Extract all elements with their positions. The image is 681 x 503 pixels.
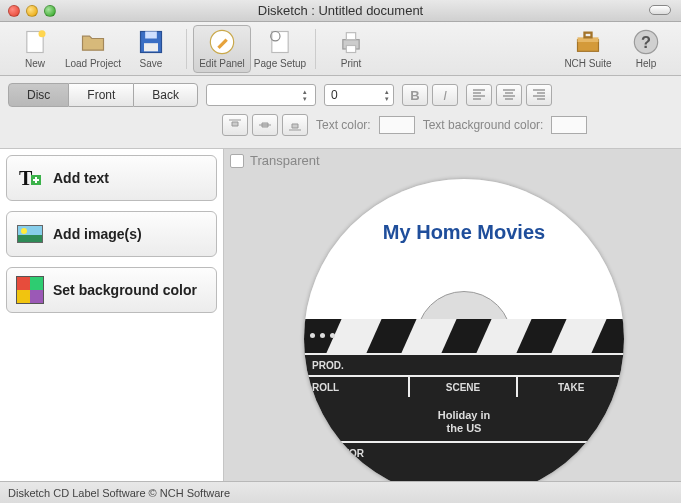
- titlebar: Disketch : Untitled document: [0, 0, 681, 22]
- transparent-label: Transparent: [250, 153, 320, 168]
- set-background-button[interactable]: Set background color: [6, 267, 217, 313]
- view-tabs: Disc Front Back: [8, 83, 198, 107]
- tools-panel: T Add text Add image(s) Set background c…: [0, 149, 223, 503]
- svg-rect-10: [346, 46, 355, 53]
- image-icon: [17, 221, 43, 247]
- print-label: Print: [341, 58, 362, 69]
- disc-title: My Home Movies: [304, 221, 624, 244]
- clapperboard: PROD. ROLL SCENE TAKE Holiday in the US …: [304, 319, 624, 499]
- svg-text:?: ?: [641, 33, 651, 51]
- svg-rect-13: [585, 33, 592, 38]
- clap-take: TAKE: [518, 377, 624, 397]
- stepper-icon: ▴▾: [381, 88, 393, 102]
- text-color-swatch[interactable]: [379, 116, 415, 134]
- set-background-label: Set background color: [53, 282, 197, 298]
- canvas[interactable]: Transparent My Home Movies PROD.: [223, 149, 681, 503]
- add-text-button[interactable]: T Add text: [6, 155, 217, 201]
- clap-scene-text: Holiday in the US: [304, 409, 624, 435]
- page-setup-button[interactable]: Page Setup: [251, 25, 309, 73]
- new-label: New: [25, 58, 45, 69]
- font-size-value: 0: [325, 88, 381, 102]
- load-project-button[interactable]: Load Project: [64, 25, 122, 73]
- floppy-icon: [137, 28, 165, 56]
- help-icon: ?: [632, 28, 660, 56]
- toolbar-toggle-icon[interactable]: [649, 5, 671, 15]
- window-title: Disketch : Untitled document: [0, 3, 681, 18]
- valign-middle-button[interactable]: [252, 114, 278, 136]
- tab-disc[interactable]: Disc: [8, 83, 69, 107]
- color-grid-icon: [17, 277, 43, 303]
- tab-front[interactable]: Front: [69, 83, 133, 107]
- pencil-icon: [208, 28, 236, 56]
- main-area: T Add text Add image(s) Set background c…: [0, 149, 681, 503]
- font-family-combo[interactable]: ▴▾: [206, 84, 316, 106]
- printer-icon: [337, 28, 365, 56]
- text-color-label: Text color:: [316, 118, 371, 132]
- nch-suite-button[interactable]: NCH Suite: [559, 25, 617, 73]
- svg-point-1: [39, 30, 46, 37]
- add-images-label: Add image(s): [53, 226, 142, 242]
- page-setup-icon: [266, 28, 294, 56]
- print-button[interactable]: Print: [322, 25, 380, 73]
- folder-open-icon: [79, 28, 107, 56]
- main-toolbar: New Load Project Save Edit Panel Page Se…: [0, 22, 681, 76]
- text-bg-swatch[interactable]: [551, 116, 587, 134]
- transparent-checkbox[interactable]: Transparent: [230, 153, 320, 168]
- new-button[interactable]: New: [6, 25, 64, 73]
- clap-scene: SCENE: [410, 377, 519, 397]
- stepper-icon: ▴▾: [299, 88, 311, 102]
- svg-rect-4: [144, 43, 158, 51]
- load-project-label: Load Project: [65, 58, 121, 69]
- clap-director: DIRECTOR: [304, 443, 624, 463]
- edit-panel-button[interactable]: Edit Panel: [193, 25, 251, 73]
- save-label: Save: [140, 58, 163, 69]
- format-bar: Disc Front Back ▴▾ 0 ▴▾ B I Text color:: [0, 76, 681, 149]
- align-center-button[interactable]: [496, 84, 522, 106]
- new-icon: [21, 28, 49, 56]
- text-icon: T: [17, 165, 43, 191]
- tab-back[interactable]: Back: [133, 83, 198, 107]
- align-left-button[interactable]: [466, 84, 492, 106]
- help-label: Help: [636, 58, 657, 69]
- add-images-button[interactable]: Add image(s): [6, 211, 217, 257]
- align-right-button[interactable]: [526, 84, 552, 106]
- footer-text: Disketch CD Label Software © NCH Softwar…: [8, 487, 230, 499]
- separator: [186, 29, 187, 69]
- bold-button[interactable]: B: [402, 84, 428, 106]
- edit-panel-label: Edit Panel: [199, 58, 245, 69]
- font-size-stepper[interactable]: 0 ▴▾: [324, 84, 394, 106]
- valign-top-button[interactable]: [222, 114, 248, 136]
- checkbox-icon: [230, 154, 244, 168]
- toolbox-icon: [574, 28, 602, 56]
- add-text-label: Add text: [53, 170, 109, 186]
- help-button[interactable]: ? Help: [617, 25, 675, 73]
- save-button[interactable]: Save: [122, 25, 180, 73]
- nch-suite-label: NCH Suite: [564, 58, 611, 69]
- clap-roll: ROLL: [304, 377, 410, 397]
- separator: [315, 29, 316, 69]
- valign-bottom-button[interactable]: [282, 114, 308, 136]
- svg-text:T: T: [19, 167, 33, 189]
- text-bg-label: Text background color:: [423, 118, 544, 132]
- page-setup-label: Page Setup: [254, 58, 306, 69]
- status-bar: Disketch CD Label Software © NCH Softwar…: [0, 481, 681, 503]
- svg-rect-3: [145, 32, 157, 39]
- clap-prod: PROD.: [304, 355, 624, 375]
- svg-rect-9: [346, 33, 355, 40]
- italic-button[interactable]: I: [432, 84, 458, 106]
- disc-preview[interactable]: My Home Movies PROD. ROLL SCENE: [304, 179, 624, 499]
